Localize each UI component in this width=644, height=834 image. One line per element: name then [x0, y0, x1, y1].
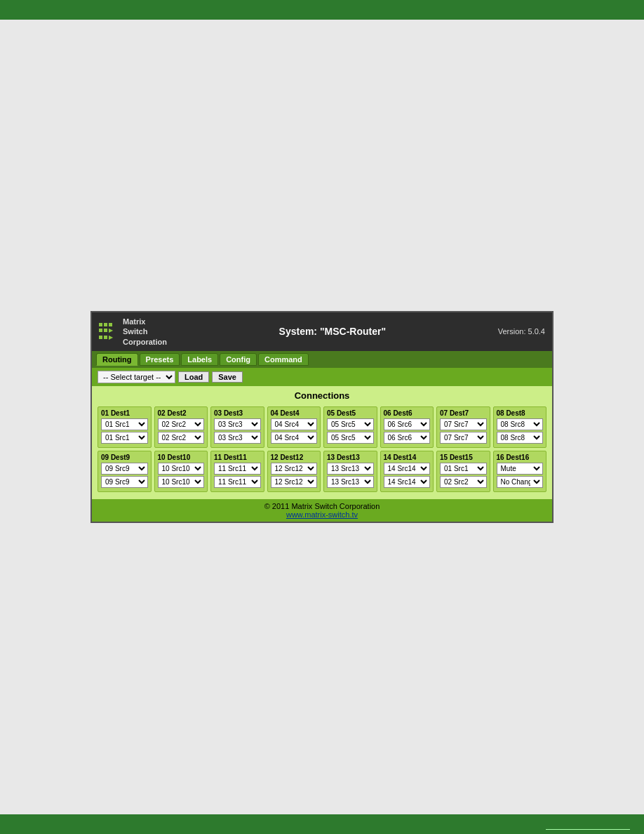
dest-select-d05-row1[interactable]: 05 Src506 Src607 Src7	[327, 432, 374, 444]
bottom-bar	[0, 814, 644, 834]
logo-sq-6	[99, 336, 102, 339]
dest-label-d16: 16 Dest16	[497, 454, 544, 461]
dest-select-d06-row0[interactable]: 05 Src506 Src607 Src7	[384, 418, 431, 430]
logo-icon: ▶ ▶	[99, 322, 119, 341]
dest-select-d11-row1[interactable]: 11 Src1112 Src1213 Src13	[214, 476, 261, 488]
logo-sq-5	[104, 329, 107, 332]
dest-select-d01-row0[interactable]: 01 Src102 Src203 Src304 Src4	[101, 418, 148, 430]
dest-select-d12-row0[interactable]: 12 Src1213 Src1314 Src14	[271, 463, 318, 475]
dest-select-d08-row0[interactable]: 07 Src708 Src809 Src9	[497, 418, 544, 430]
dest-cell-d14: 14 Dest1414 Src1415 Src1516 Src1614 Src1…	[380, 451, 434, 492]
top-bar	[0, 0, 644, 20]
connections-grid: 01 Dest101 Src102 Src203 Src304 Src401 S…	[98, 406, 546, 492]
router-footer: © 2011 Matrix Switch Corporation www.mat…	[92, 499, 552, 522]
dest-label-d11: 11 Dest11	[214, 454, 261, 461]
dest-select-d11-row0[interactable]: 11 Src1112 Src1213 Src13	[214, 463, 261, 475]
nav-tabs: Routing Presets Labels Config Command	[92, 351, 552, 368]
dest-select-d13-row1[interactable]: 13 Src1314 Src1415 Src15	[327, 476, 374, 488]
dest-select-d02-row0[interactable]: 01 Src102 Src203 Src304 Src4	[158, 418, 205, 430]
dest-label-d10: 10 Dest10	[158, 454, 205, 461]
dest-select-d05-row0[interactable]: 05 Src506 Src607 Src7	[327, 418, 374, 430]
dest-select-d03-row0[interactable]: 01 Src102 Src203 Src304 Src4	[214, 418, 261, 430]
dest-cell-d05: 05 Dest505 Src506 Src607 Src705 Src506 S…	[323, 406, 377, 448]
dest-select-d14-row0[interactable]: 14 Src1415 Src1516 Src16	[384, 463, 431, 475]
dest-cell-d16: 16 Dest16MuteNo Change01 Src1MuteNo Chan…	[493, 451, 547, 492]
dest-cell-d04: 04 Dest401 Src102 Src204 Src405 Src501 S…	[267, 406, 321, 448]
dest-label-d05: 05 Dest5	[327, 409, 374, 417]
version-label: Version: 5.0.4	[498, 327, 545, 336]
tab-command[interactable]: Command	[258, 353, 309, 366]
dest-select-d13-row0[interactable]: 13 Src1314 Src1415 Src15	[327, 463, 374, 475]
dest-label-d07: 07 Dest7	[440, 409, 487, 417]
dest-cell-d07: 07 Dest707 Src708 Src809 Src907 Src708 S…	[436, 406, 490, 448]
logo-sq-2	[104, 323, 107, 326]
system-title: System: "MSC-Router"	[167, 326, 498, 337]
logo-sq-4	[99, 329, 102, 332]
dest-select-d09-row0[interactable]: 09 Src910 Src1011 Src11	[101, 463, 148, 475]
router-widget: ▶ ▶ MatrixSwitchCorporation System: "MSC…	[90, 311, 554, 523]
dest-select-d15-row1[interactable]: 01 Src102 Src2MuteNo Change	[440, 476, 487, 488]
dest-cell-d09: 09 Dest909 Src910 Src1011 Src1109 Src910…	[98, 451, 152, 492]
dest-select-d08-row1[interactable]: 07 Src708 Src809 Src9	[497, 432, 544, 444]
load-button[interactable]: Load	[178, 371, 209, 383]
dest-cell-d15: 15 Dest1501 Src102 Src2MuteNo Change01 S…	[436, 451, 490, 492]
dest-label-d15: 15 Dest15	[440, 454, 487, 461]
toolbar: -- Select target -- Load Save	[92, 368, 552, 386]
dest-label-d08: 08 Dest8	[497, 409, 544, 417]
dest-select-d16-row1[interactable]: MuteNo Change01 Src1	[497, 476, 544, 488]
dest-cell-d01: 01 Dest101 Src102 Src203 Src304 Src401 S…	[98, 406, 152, 448]
dest-label-d02: 02 Dest2	[158, 409, 205, 417]
logo-sq-7	[104, 336, 107, 339]
dest-select-d16-row0[interactable]: MuteNo Change01 Src1	[497, 463, 544, 475]
dest-select-d02-row1[interactable]: 01 Src102 Src203 Src304 Src4	[158, 432, 205, 444]
dest-label-d13: 13 Dest13	[327, 454, 374, 461]
dest-select-d06-row1[interactable]: 05 Src506 Src607 Src7	[384, 432, 431, 444]
dest-label-d09: 09 Dest9	[101, 454, 148, 461]
main-content: ▶ ▶ MatrixSwitchCorporation System: "MSC…	[0, 20, 644, 814]
logo-arrow-2: ▶	[109, 335, 113, 340]
tab-labels[interactable]: Labels	[181, 353, 218, 366]
company-name: MatrixSwitchCorporation	[123, 317, 167, 347]
dest-cell-d08: 08 Dest807 Src708 Src809 Src907 Src708 S…	[493, 406, 547, 448]
dest-label-d01: 01 Dest1	[101, 409, 148, 417]
dest-label-d04: 04 Dest4	[271, 409, 318, 417]
dest-select-d07-row0[interactable]: 07 Src708 Src809 Src9	[440, 418, 487, 430]
dest-select-d07-row1[interactable]: 07 Src708 Src809 Src9	[440, 432, 487, 444]
dest-select-d04-row1[interactable]: 01 Src102 Src204 Src405 Src5	[271, 432, 318, 444]
tab-config[interactable]: Config	[220, 353, 257, 366]
tab-routing[interactable]: Routing	[96, 353, 138, 366]
dest-cell-d13: 13 Dest1313 Src1314 Src1415 Src1513 Src1…	[323, 451, 377, 492]
connections-area: Connections 01 Dest101 Src102 Src203 Src…	[92, 386, 552, 499]
dest-select-d04-row0[interactable]: 01 Src102 Src204 Src405 Src5	[271, 418, 318, 430]
footer-url[interactable]: www.matrix-switch.tv	[286, 510, 358, 519]
save-button[interactable]: Save	[212, 371, 243, 383]
logo-sq-3	[109, 323, 112, 326]
dest-select-d10-row1[interactable]: 10 Src1011 Src1112 Src12	[158, 476, 205, 488]
dest-select-d01-row1[interactable]: 01 Src102 Src203 Src304 Src4	[101, 432, 148, 444]
dest-label-d14: 14 Dest14	[384, 454, 431, 461]
dest-label-d06: 06 Dest6	[384, 409, 431, 417]
router-header: ▶ ▶ MatrixSwitchCorporation System: "MSC…	[92, 312, 552, 351]
tab-presets[interactable]: Presets	[140, 353, 180, 366]
footer-copyright: © 2011 Matrix Switch Corporation	[95, 502, 549, 510]
dest-cell-d06: 06 Dest605 Src506 Src607 Src705 Src506 S…	[380, 406, 434, 448]
target-select[interactable]: -- Select target --	[98, 371, 175, 383]
dest-select-d09-row1[interactable]: 09 Src910 Src1011 Src11	[101, 476, 148, 488]
dest-select-d15-row0[interactable]: 01 Src102 Src2MuteNo Change	[440, 463, 487, 475]
dest-select-d14-row1[interactable]: 14 Src1415 Src1516 Src16	[384, 476, 431, 488]
dest-select-d12-row1[interactable]: 12 Src1213 Src1314 Src14	[271, 476, 318, 488]
dest-cell-d10: 10 Dest1010 Src1011 Src1112 Src1210 Src1…	[154, 451, 208, 492]
logo-sq-1	[99, 323, 102, 326]
dest-select-d10-row0[interactable]: 10 Src1011 Src1112 Src12	[158, 463, 205, 475]
connections-title: Connections	[98, 390, 546, 401]
dest-select-d03-row1[interactable]: 01 Src102 Src203 Src304 Src4	[214, 432, 261, 444]
logo-area: ▶ ▶ MatrixSwitchCorporation	[99, 317, 167, 347]
dest-cell-d03: 03 Dest301 Src102 Src203 Src304 Src401 S…	[210, 406, 264, 448]
dest-cell-d12: 12 Dest1212 Src1213 Src1314 Src1412 Src1…	[267, 451, 321, 492]
dest-label-d03: 03 Dest3	[214, 409, 261, 417]
dest-cell-d02: 02 Dest201 Src102 Src203 Src304 Src401 S…	[154, 406, 208, 448]
bottom-bar-link	[546, 820, 630, 830]
logo-arrow-1: ▶	[109, 328, 113, 333]
dest-label-d12: 12 Dest12	[271, 454, 318, 461]
dest-cell-d11: 11 Dest1111 Src1112 Src1213 Src1311 Src1…	[210, 451, 264, 492]
